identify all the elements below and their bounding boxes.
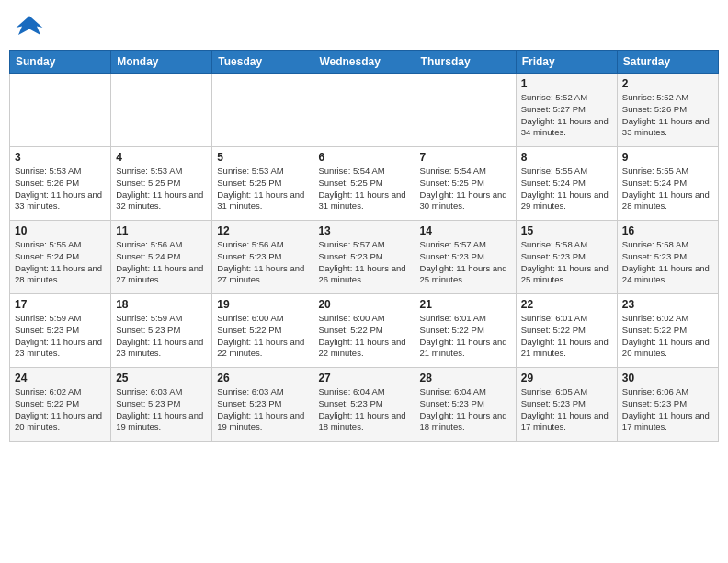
day-info: Sunrise: 6:04 AM Sunset: 5:23 PM Dayligh… — [420, 386, 511, 433]
calendar-cell: 3Sunrise: 5:53 AM Sunset: 5:26 PM Daylig… — [10, 147, 111, 221]
calendar-cell: 16Sunrise: 5:58 AM Sunset: 5:23 PM Dayli… — [617, 221, 718, 294]
calendar-cell: 4Sunrise: 5:53 AM Sunset: 5:25 PM Daylig… — [111, 147, 212, 221]
day-number: 7 — [420, 151, 511, 164]
calendar-cell — [415, 74, 516, 147]
day-of-week-monday: Monday — [111, 51, 212, 74]
day-info: Sunrise: 6:03 AM Sunset: 5:23 PM Dayligh… — [217, 386, 308, 433]
day-number: 27 — [318, 372, 409, 385]
calendar-cell: 26Sunrise: 6:03 AM Sunset: 5:23 PM Dayli… — [212, 368, 313, 442]
svg-marker-0 — [17, 16, 43, 35]
calendar-cell: 25Sunrise: 6:03 AM Sunset: 5:23 PM Dayli… — [111, 368, 212, 442]
calendar-cell: 17Sunrise: 5:59 AM Sunset: 5:23 PM Dayli… — [10, 294, 111, 368]
day-of-week-tuesday: Tuesday — [212, 51, 313, 74]
day-number: 20 — [318, 298, 409, 311]
calendar-cell: 8Sunrise: 5:55 AM Sunset: 5:24 PM Daylig… — [516, 147, 617, 221]
calendar-cell: 1Sunrise: 5:52 AM Sunset: 5:27 PM Daylig… — [516, 74, 617, 147]
calendar-week-row: 10Sunrise: 5:55 AM Sunset: 5:24 PM Dayli… — [10, 221, 719, 294]
day-info: Sunrise: 5:55 AM Sunset: 5:24 PM Dayligh… — [622, 166, 713, 213]
day-info: Sunrise: 5:53 AM Sunset: 5:25 PM Dayligh… — [217, 166, 308, 213]
day-number: 17 — [15, 298, 106, 311]
day-number: 15 — [521, 224, 612, 237]
calendar-cell: 2Sunrise: 5:52 AM Sunset: 5:26 PM Daylig… — [617, 74, 718, 147]
day-info: Sunrise: 5:54 AM Sunset: 5:25 PM Dayligh… — [420, 166, 511, 213]
day-number: 10 — [15, 224, 106, 237]
calendar-week-row: 24Sunrise: 6:02 AM Sunset: 5:22 PM Dayli… — [10, 368, 719, 442]
day-info: Sunrise: 6:01 AM Sunset: 5:22 PM Dayligh… — [521, 313, 612, 360]
day-info: Sunrise: 5:53 AM Sunset: 5:25 PM Dayligh… — [116, 166, 207, 213]
day-number: 18 — [116, 298, 207, 311]
day-info: Sunrise: 5:58 AM Sunset: 5:23 PM Dayligh… — [521, 239, 612, 286]
day-number: 22 — [521, 298, 612, 311]
day-number: 23 — [622, 298, 713, 311]
calendar-cell: 21Sunrise: 6:01 AM Sunset: 5:22 PM Dayli… — [415, 294, 516, 368]
calendar-cell: 15Sunrise: 5:58 AM Sunset: 5:23 PM Dayli… — [516, 221, 617, 294]
logo-bird-icon — [15, 13, 44, 42]
calendar-cell: 30Sunrise: 6:06 AM Sunset: 5:23 PM Dayli… — [617, 368, 718, 442]
day-number: 12 — [217, 224, 308, 237]
calendar-cell: 18Sunrise: 5:59 AM Sunset: 5:23 PM Dayli… — [111, 294, 212, 368]
header — [9, 9, 719, 42]
day-number: 24 — [15, 372, 106, 385]
day-number: 4 — [116, 151, 207, 164]
day-info: Sunrise: 6:00 AM Sunset: 5:22 PM Dayligh… — [318, 313, 409, 360]
day-of-week-thursday: Thursday — [415, 51, 516, 74]
calendar-cell: 14Sunrise: 5:57 AM Sunset: 5:23 PM Dayli… — [415, 221, 516, 294]
calendar-cell — [10, 74, 111, 147]
day-number: 28 — [420, 372, 511, 385]
day-info: Sunrise: 5:56 AM Sunset: 5:23 PM Dayligh… — [217, 239, 308, 286]
day-info: Sunrise: 6:02 AM Sunset: 5:22 PM Dayligh… — [15, 386, 106, 433]
day-info: Sunrise: 6:04 AM Sunset: 5:23 PM Dayligh… — [318, 386, 409, 433]
day-number: 1 — [521, 77, 612, 90]
day-number: 13 — [318, 224, 409, 237]
calendar-header-row: SundayMondayTuesdayWednesdayThursdayFrid… — [10, 51, 719, 74]
calendar-cell: 20Sunrise: 6:00 AM Sunset: 5:22 PM Dayli… — [313, 294, 415, 368]
day-info: Sunrise: 5:52 AM Sunset: 5:26 PM Dayligh… — [622, 92, 713, 139]
calendar-cell: 13Sunrise: 5:57 AM Sunset: 5:23 PM Dayli… — [313, 221, 415, 294]
day-info: Sunrise: 6:02 AM Sunset: 5:22 PM Dayligh… — [622, 313, 713, 360]
day-info: Sunrise: 6:05 AM Sunset: 5:23 PM Dayligh… — [521, 386, 612, 433]
day-info: Sunrise: 5:58 AM Sunset: 5:23 PM Dayligh… — [622, 239, 713, 286]
day-number: 3 — [15, 151, 106, 164]
day-info: Sunrise: 5:55 AM Sunset: 5:24 PM Dayligh… — [521, 166, 612, 213]
day-info: Sunrise: 5:53 AM Sunset: 5:26 PM Dayligh… — [15, 166, 106, 213]
day-info: Sunrise: 5:56 AM Sunset: 5:24 PM Dayligh… — [116, 239, 207, 286]
day-number: 21 — [420, 298, 511, 311]
day-number: 5 — [217, 151, 308, 164]
day-number: 30 — [622, 372, 713, 385]
day-info: Sunrise: 6:00 AM Sunset: 5:22 PM Dayligh… — [217, 313, 308, 360]
day-info: Sunrise: 5:57 AM Sunset: 5:23 PM Dayligh… — [420, 239, 511, 286]
day-info: Sunrise: 5:59 AM Sunset: 5:23 PM Dayligh… — [15, 313, 106, 360]
day-info: Sunrise: 5:52 AM Sunset: 5:27 PM Dayligh… — [521, 92, 612, 139]
logo — [13, 13, 44, 42]
day-info: Sunrise: 6:06 AM Sunset: 5:23 PM Dayligh… — [622, 386, 713, 433]
calendar-table: SundayMondayTuesdayWednesdayThursdayFrid… — [9, 50, 719, 442]
day-info: Sunrise: 5:55 AM Sunset: 5:24 PM Dayligh… — [15, 239, 106, 286]
calendar-cell: 29Sunrise: 6:05 AM Sunset: 5:23 PM Dayli… — [516, 368, 617, 442]
day-number: 8 — [521, 151, 612, 164]
day-number: 2 — [622, 77, 713, 90]
day-info: Sunrise: 6:01 AM Sunset: 5:22 PM Dayligh… — [420, 313, 511, 360]
calendar-week-row: 1Sunrise: 5:52 AM Sunset: 5:27 PM Daylig… — [10, 74, 719, 147]
calendar-week-row: 3Sunrise: 5:53 AM Sunset: 5:26 PM Daylig… — [10, 147, 719, 221]
calendar-cell — [212, 74, 313, 147]
calendar-cell: 11Sunrise: 5:56 AM Sunset: 5:24 PM Dayli… — [111, 221, 212, 294]
calendar-cell: 6Sunrise: 5:54 AM Sunset: 5:25 PM Daylig… — [313, 147, 415, 221]
calendar-cell: 23Sunrise: 6:02 AM Sunset: 5:22 PM Dayli… — [617, 294, 718, 368]
day-info: Sunrise: 5:57 AM Sunset: 5:23 PM Dayligh… — [318, 239, 409, 286]
calendar-cell: 10Sunrise: 5:55 AM Sunset: 5:24 PM Dayli… — [10, 221, 111, 294]
day-of-week-sunday: Sunday — [10, 51, 111, 74]
day-number: 14 — [420, 224, 511, 237]
calendar-cell: 28Sunrise: 6:04 AM Sunset: 5:23 PM Dayli… — [415, 368, 516, 442]
calendar-week-row: 17Sunrise: 5:59 AM Sunset: 5:23 PM Dayli… — [10, 294, 719, 368]
day-number: 19 — [217, 298, 308, 311]
day-number: 25 — [116, 372, 207, 385]
calendar-cell: 27Sunrise: 6:04 AM Sunset: 5:23 PM Dayli… — [313, 368, 415, 442]
calendar-cell — [313, 74, 415, 147]
calendar-cell — [111, 74, 212, 147]
calendar-cell: 5Sunrise: 5:53 AM Sunset: 5:25 PM Daylig… — [212, 147, 313, 221]
day-info: Sunrise: 5:54 AM Sunset: 5:25 PM Dayligh… — [318, 166, 409, 213]
calendar-cell: 7Sunrise: 5:54 AM Sunset: 5:25 PM Daylig… — [415, 147, 516, 221]
calendar-cell: 19Sunrise: 6:00 AM Sunset: 5:22 PM Dayli… — [212, 294, 313, 368]
day-number: 16 — [622, 224, 713, 237]
day-number: 26 — [217, 372, 308, 385]
